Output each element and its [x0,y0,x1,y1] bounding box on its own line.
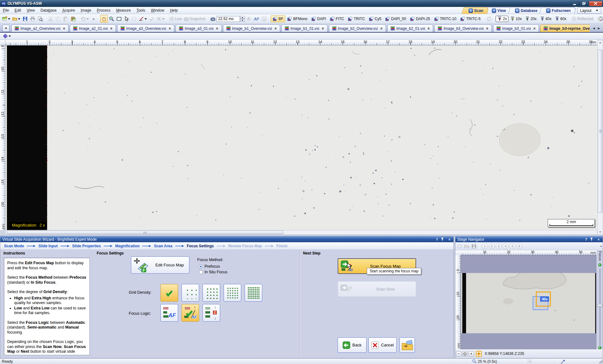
channel-dapi[interactable]: DAPI [309,15,328,22]
horizontal-scrollbar-thumb[interactable] [7,231,283,234]
grid-density-current-selection[interactable] [160,284,178,302]
pointer-button[interactable] [123,15,130,23]
vertical-scrollbar[interactable]: ▲ ▼ [597,40,603,235]
tab-scroll-right-button[interactable]: ▶ [597,25,601,31]
back-button[interactable]: Back [338,337,367,353]
document-tab[interactable]: Image_b3-reprise_Overview* [540,24,590,32]
focus-logic-manual[interactable]: ↑ Z ↓ [203,304,220,322]
focus-slider-thumb[interactable] [597,304,602,307]
print-button[interactable] [29,15,36,23]
menu-edit[interactable]: Edit [12,7,24,14]
print-preview-button[interactable] [36,15,44,23]
navigator-zoom-out-button[interactable]: − [456,351,461,356]
filter-wheel-button[interactable] [597,15,603,23]
mode-tab-database[interactable]: DDatabase [508,7,543,14]
grid-density-high[interactable] [224,284,241,302]
tab-close-icon[interactable]: × [427,26,430,31]
grid-density-extra-low[interactable] [182,284,199,302]
navigator-center-stage-button[interactable] [476,351,482,357]
channel-bf[interactable]: BF [271,15,285,22]
radio-in-situ-focus[interactable]: In Situ Focus [199,270,227,274]
tab-close-icon[interactable]: × [169,26,171,31]
channel-dapi-25[interactable]: DAPI-25 [408,15,432,22]
document-tab[interactable]: Image_b3_Overview.vsi× [434,24,492,32]
close-button[interactable] [589,1,602,6]
exposure-spinner[interactable] [240,16,245,22]
tab-close-icon[interactable]: × [322,26,324,31]
paste-image-button[interactable] [69,15,77,23]
menu-database[interactable]: Database [38,7,59,14]
zoom-in-button[interactable] [108,15,115,23]
resize-grip[interactable] [599,359,603,363]
scroll-up-icon[interactable]: ▲ [599,41,601,44]
spin-down-icon[interactable] [240,19,245,22]
wizard-step-finish[interactable]: Finish [276,244,287,248]
scan-now-button[interactable]: Scan Now [338,281,416,297]
tab-close-icon[interactable]: × [533,26,535,31]
autofocus-label[interactable]: AF [253,17,260,21]
wizard-step-slide-input[interactable]: Slide Input [38,244,57,248]
menu-file[interactable]: File [0,7,12,14]
new-image-button[interactable] [1,15,11,23]
mode-tab-fullscreen[interactable]: FFullscreen [539,7,576,14]
menu-help[interactable]: Help [167,7,181,14]
document-tab[interactable]: Image_b2_01.vsi× [387,24,433,32]
minimize-button[interactable] [570,1,579,6]
document-tab[interactable]: Image_a3_Overview.vsi× [117,24,174,32]
layout-dropdown[interactable]: Layout [577,7,601,14]
channel-fitc[interactable]: FITC [328,15,346,22]
display-rect-button[interactable] [115,15,123,23]
wizard-step-scan-mode[interactable]: Scan Mode [4,244,24,248]
radio-prefocus[interactable]: Prefocus [199,264,220,269]
help-icon[interactable]: ? [435,238,439,241]
channel-dapi_50[interactable]: DAPI_50 [383,15,408,22]
objective-2x[interactable]: 2x [496,16,508,22]
objective-10x[interactable]: 10x [508,16,523,22]
pan-hand-button[interactable] [100,15,108,23]
wizard-step-scan-area[interactable]: Scan Area [154,244,172,248]
navigator-zoom-in-button[interactable]: + [469,351,474,356]
grid-density-low[interactable] [203,284,220,302]
help-icon[interactable]: ? [584,238,588,241]
slide-canvas[interactable]: Magnification: 2 x 2 mm [5,46,597,230]
edit-focus-map-button[interactable]: F Edit Focus Map [131,256,189,274]
navigator-zoom-fit-button[interactable] [462,351,468,356]
save-scan-settings-button[interactable] [399,337,415,353]
tab-close-icon[interactable]: × [486,26,488,31]
restore-button[interactable] [579,1,589,6]
exposure-input[interactable] [217,16,240,22]
objective-40x[interactable]: 40x [538,16,553,22]
focus-slider-track[interactable] [600,269,600,345]
scroll-down-icon[interactable]: ▼ [599,231,601,233]
tab-close-icon[interactable]: × [380,26,383,31]
channel-tritc-5[interactable]: TRITC-5 [458,15,482,22]
menu-acquire[interactable]: Acquire [59,7,78,14]
annotation-tool-button[interactable] [2,32,12,40]
mode-tab-scan[interactable]: SScan [462,7,489,14]
menu-view[interactable]: View [24,7,38,14]
tab-close-icon[interactable]: × [274,26,277,31]
document-tab[interactable]: Image_b3_01.vsi× [493,24,539,32]
document-tab[interactable]: Image_b1_Overview.vsi× [223,24,280,32]
wizard-step-slide-properties[interactable]: Slide Properties [72,244,101,248]
camera-button[interactable] [209,15,217,23]
focus-logic-semi-automatic[interactable]: ↑ AF [182,304,199,322]
menu-process[interactable]: Process [94,7,113,14]
cancel-button[interactable]: Cancel [368,337,397,353]
tab-close-icon[interactable]: × [110,26,112,31]
grid-density-extra-high[interactable] [245,284,262,302]
pin-icon[interactable] [590,238,595,241]
menu-measure[interactable]: Measure [113,7,134,14]
vertical-scrollbar-thumb[interactable] [598,50,602,213]
wizard-step-magnification[interactable]: Magnification [115,244,139,248]
document-tab[interactable]: Image_b1_01.vsi× [281,24,327,32]
objective-20x[interactable]: 20x [523,16,538,22]
document-tab[interactable]: Image_a2_Overview.vsi× [11,24,68,32]
open-folder-button[interactable] [11,15,21,23]
document-tab[interactable]: Image_a2_01.vsi× [70,24,116,32]
spin-up-icon[interactable] [240,16,245,19]
menu-image[interactable]: Image [78,7,94,14]
close-icon[interactable]: × [447,238,452,241]
channel-cy5[interactable]: Cy5 [367,15,383,22]
overflow-chevron-button[interactable]: » [90,15,97,23]
